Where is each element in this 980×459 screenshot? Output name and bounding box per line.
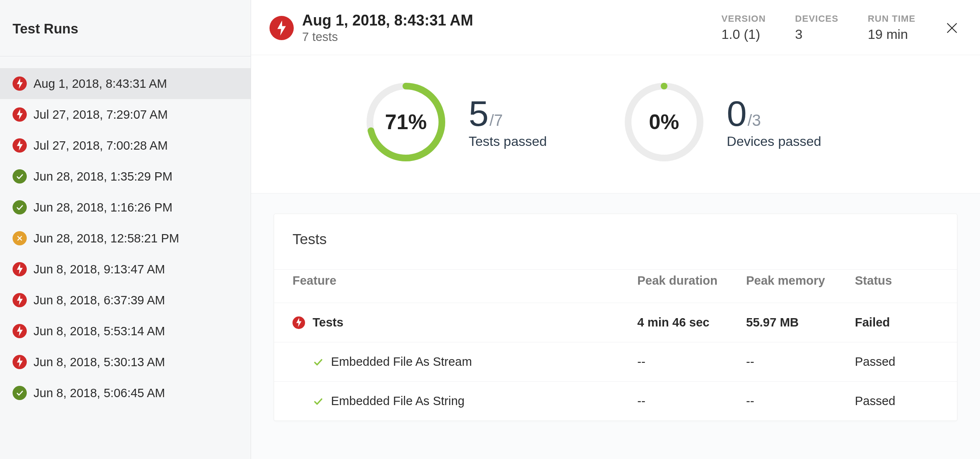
test-memory-cell: 55.97 MB bbox=[746, 316, 855, 329]
test-feature-cell: Tests bbox=[292, 316, 637, 329]
tests-fraction: 5/7 Tests passed bbox=[469, 95, 547, 149]
summary: 71% 5/7 Tests passed 0% 0/3 bbox=[251, 55, 980, 194]
sidebar-header: Test Runs bbox=[0, 0, 251, 56]
devices-passed-label: Devices passed bbox=[727, 134, 821, 149]
test-duration-cell: -- bbox=[637, 394, 746, 408]
devices-fraction: 0/3 Devices passed bbox=[727, 95, 821, 149]
tests-panel: Tests Feature Peak duration Peak memory … bbox=[274, 214, 957, 421]
test-memory-cell: -- bbox=[746, 394, 855, 408]
tests-donut: 71% bbox=[364, 80, 448, 164]
bolt-icon bbox=[292, 316, 305, 329]
run-item-label: Jun 8, 2018, 6:37:39 AM bbox=[33, 293, 165, 307]
bolt-icon bbox=[13, 107, 27, 122]
test-feature-name: Embedded File As String bbox=[331, 394, 464, 408]
panel-area: Tests Feature Peak duration Peak memory … bbox=[251, 194, 980, 459]
run-item-label: Aug 1, 2018, 8:43:31 AM bbox=[33, 77, 167, 91]
run-item[interactable]: Jul 27, 2018, 7:29:07 AM bbox=[0, 99, 251, 130]
run-item[interactable]: Jun 8, 2018, 5:30:13 AM bbox=[0, 347, 251, 377]
devices-percent: 0% bbox=[622, 80, 706, 164]
run-list: Aug 1, 2018, 8:43:31 AMJul 27, 2018, 7:2… bbox=[0, 56, 251, 408]
check-icon bbox=[13, 169, 27, 184]
run-item-label: Jun 8, 2018, 5:53:14 AM bbox=[33, 324, 165, 338]
stat-runtime-value: 19 min bbox=[868, 27, 916, 42]
test-status-cell: Passed bbox=[855, 394, 939, 408]
test-duration-cell: -- bbox=[637, 355, 746, 369]
check-icon bbox=[313, 396, 323, 407]
tests-panel-title: Tests bbox=[274, 214, 957, 269]
check-icon bbox=[313, 357, 323, 367]
run-item[interactable]: Jun 28, 2018, 1:16:26 PM bbox=[0, 192, 251, 223]
run-status-icon bbox=[269, 16, 294, 40]
stat-version-value: 1.0 (1) bbox=[721, 27, 766, 42]
stat-devices-label: DEVICES bbox=[795, 13, 839, 24]
sidebar: Test Runs Aug 1, 2018, 8:43:31 AMJul 27,… bbox=[0, 0, 251, 459]
test-feature-name: Tests bbox=[313, 316, 344, 329]
run-item-label: Jun 8, 2018, 5:30:13 AM bbox=[33, 355, 165, 369]
stat-runtime-label: RUN TIME bbox=[868, 13, 916, 24]
run-item-label: Jun 28, 2018, 1:16:26 PM bbox=[33, 201, 172, 214]
devices-passed-count: 0 bbox=[727, 93, 747, 133]
tests-summary: 71% 5/7 Tests passed bbox=[364, 80, 547, 164]
run-item[interactable]: Jun 8, 2018, 9:13:47 AM bbox=[0, 254, 251, 285]
topbar-stats: VERSION 1.0 (1) DEVICES 3 RUN TIME 19 mi… bbox=[721, 13, 916, 42]
bolt-icon bbox=[13, 262, 27, 276]
devices-donut: 0% bbox=[622, 80, 706, 164]
test-feature-cell: Embedded File As Stream bbox=[292, 355, 637, 369]
bolt-icon bbox=[13, 355, 27, 369]
test-feature-cell: Embedded File As String bbox=[292, 394, 637, 408]
run-item-label: Jun 28, 2018, 1:35:29 PM bbox=[33, 170, 172, 184]
devices-summary: 0% 0/3 Devices passed bbox=[622, 80, 821, 164]
bolt-icon bbox=[13, 293, 27, 307]
col-duration-header: Peak duration bbox=[637, 274, 746, 288]
test-row[interactable]: Embedded File As String----Passed bbox=[274, 381, 957, 421]
main: Aug 1, 2018, 8:43:31 AM 7 tests VERSION … bbox=[251, 0, 980, 459]
run-item[interactable]: Jun 8, 2018, 5:06:45 AM bbox=[0, 377, 251, 408]
tests-header-row: Feature Peak duration Peak memory Status bbox=[274, 269, 957, 303]
app-root: Test Runs Aug 1, 2018, 8:43:31 AMJul 27,… bbox=[0, 0, 980, 459]
stat-devices: DEVICES 3 bbox=[795, 13, 839, 42]
stat-runtime: RUN TIME 19 min bbox=[868, 13, 916, 42]
run-item-label: Jun 8, 2018, 9:13:47 AM bbox=[33, 263, 165, 276]
run-item[interactable]: Jun 28, 2018, 12:58:21 PM bbox=[0, 223, 251, 254]
topbar-left: Aug 1, 2018, 8:43:31 AM 7 tests bbox=[269, 12, 711, 44]
bolt-icon bbox=[13, 324, 27, 338]
close-button[interactable] bbox=[942, 18, 962, 38]
check-icon bbox=[13, 386, 27, 400]
col-memory-header: Peak memory bbox=[746, 274, 855, 288]
col-feature-header: Feature bbox=[292, 274, 637, 288]
run-subtitle: 7 tests bbox=[302, 30, 473, 44]
run-item[interactable]: Aug 1, 2018, 8:43:31 AM bbox=[0, 68, 251, 99]
stat-version-label: VERSION bbox=[721, 13, 766, 24]
bolt-icon bbox=[13, 138, 27, 153]
test-memory-cell: -- bbox=[746, 355, 855, 369]
run-item-label: Jun 8, 2018, 5:06:45 AM bbox=[33, 386, 165, 400]
check-icon bbox=[13, 200, 27, 214]
run-item-label: Jul 27, 2018, 7:29:07 AM bbox=[33, 108, 168, 122]
test-status-cell: Failed bbox=[855, 316, 939, 329]
devices-total-count: /3 bbox=[748, 112, 761, 129]
tests-total-count: /7 bbox=[490, 112, 503, 129]
run-item-label: Jun 28, 2018, 12:58:21 PM bbox=[33, 232, 179, 245]
topbar-text: Aug 1, 2018, 8:43:31 AM 7 tests bbox=[302, 12, 473, 44]
stat-devices-value: 3 bbox=[795, 27, 839, 42]
run-title: Aug 1, 2018, 8:43:31 AM bbox=[302, 12, 473, 29]
tests-passed-label: Tests passed bbox=[469, 134, 547, 149]
run-item[interactable]: Jun 8, 2018, 6:37:39 AM bbox=[0, 285, 251, 316]
topbar: Aug 1, 2018, 8:43:31 AM 7 tests VERSION … bbox=[251, 0, 980, 55]
stat-version: VERSION 1.0 (1) bbox=[721, 13, 766, 42]
run-item[interactable]: Jun 28, 2018, 1:35:29 PM bbox=[0, 161, 251, 192]
x-icon bbox=[13, 231, 27, 245]
col-status-header: Status bbox=[855, 274, 939, 288]
test-row[interactable]: Tests4 min 46 sec55.97 MBFailed bbox=[274, 303, 957, 342]
tests-percent: 71% bbox=[364, 80, 448, 164]
test-row[interactable]: Embedded File As Stream----Passed bbox=[274, 342, 957, 381]
test-status-cell: Passed bbox=[855, 355, 939, 369]
run-item[interactable]: Jul 27, 2018, 7:00:28 AM bbox=[0, 130, 251, 161]
bolt-icon bbox=[13, 76, 27, 91]
test-feature-name: Embedded File As Stream bbox=[331, 355, 472, 369]
sidebar-title: Test Runs bbox=[13, 21, 238, 37]
run-item-label: Jul 27, 2018, 7:00:28 AM bbox=[33, 139, 168, 153]
run-item[interactable]: Jun 8, 2018, 5:53:14 AM bbox=[0, 316, 251, 347]
test-duration-cell: 4 min 46 sec bbox=[637, 316, 746, 329]
tests-passed-count: 5 bbox=[469, 93, 489, 133]
